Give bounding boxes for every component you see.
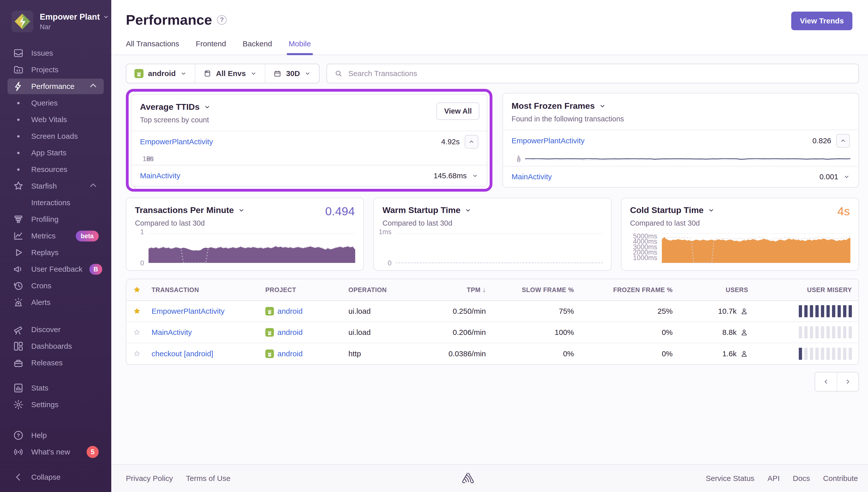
sidebar-item-what-s-new[interactable]: What's new5	[7, 444, 104, 460]
projects-icon	[12, 64, 24, 76]
sidebar-item-web-vitals[interactable]: •Web Vitals	[7, 112, 104, 127]
next-page-button[interactable]	[837, 372, 859, 391]
sidebar-item-queries[interactable]: •Queries	[7, 95, 104, 111]
tpm-title-dropdown[interactable]: Transactions Per Minute	[135, 205, 355, 215]
sidebar-item-crons[interactable]: Crons	[7, 278, 104, 294]
sidebar-item-releases[interactable]: Releases	[7, 355, 104, 371]
expand-row-button[interactable]	[843, 173, 850, 180]
sidebar-nav: IssuesProjectsPerformance•Queries•Web Vi…	[0, 41, 111, 486]
most-frozen-frames-title-dropdown[interactable]: Most Frozen Frames	[512, 101, 850, 111]
sidebar-item-metrics[interactable]: Metricsbeta	[7, 228, 104, 244]
help-tooltip-icon[interactable]: ?	[217, 15, 227, 25]
sidebar-item-stats[interactable]: Stats	[7, 380, 104, 396]
tab-frontend[interactable]: Frontend	[196, 40, 226, 55]
date-range-dropdown[interactable]: 30D	[265, 64, 319, 83]
sidebar-item-app-starts[interactable]: •App Starts	[7, 145, 104, 161]
project-link[interactable]: android	[277, 307, 303, 316]
sidebar-item-discover[interactable]: Discover	[7, 322, 104, 337]
user-misery-bars	[754, 348, 859, 360]
contribute-link[interactable]: Contribute	[823, 474, 858, 483]
sidebar-item-projects[interactable]: Projects	[7, 62, 104, 78]
column-header-users[interactable]: USERS	[678, 286, 754, 294]
transaction-link[interactable]: MainActivity	[140, 171, 180, 180]
column-header-slow-frame[interactable]: SLOW FRAME %	[491, 286, 580, 294]
sidebar-item-label: Alerts	[31, 298, 51, 307]
chevron-down-icon	[472, 172, 478, 179]
sidebar-item-performance[interactable]: Performance	[7, 78, 104, 94]
sidebar-item-user-feedback[interactable]: User FeedbackB	[7, 261, 104, 277]
project-filter-dropdown[interactable]: android	[126, 64, 195, 83]
sidebar-item-alerts[interactable]: Alerts	[7, 295, 104, 310]
column-header-user-misery[interactable]: USER MISERY	[754, 286, 859, 294]
collapse-row-button[interactable]	[465, 135, 478, 149]
transaction-link[interactable]: EmpowerPlantActivity	[512, 137, 585, 145]
sidebar-item-starfish[interactable]: Starfish	[7, 178, 104, 194]
column-header-project[interactable]: PROJECT	[260, 286, 343, 294]
tab-all-transactions[interactable]: All Transactions	[126, 40, 179, 55]
search-transactions-box	[327, 64, 859, 83]
sidebar-item-dashboards[interactable]: Dashboards	[7, 338, 104, 354]
average-ttids-highlight-box: Average TTIDs Top screens by count View …	[126, 89, 492, 192]
table-row: checkout [android]androidhttp0.0386/min0…	[126, 343, 859, 364]
filter-segmented-control: android All Envs 30D	[126, 64, 320, 83]
sidebar-item-issues[interactable]: Issues	[7, 45, 104, 61]
star-toggle[interactable]	[126, 349, 146, 358]
api-link[interactable]: API	[768, 474, 780, 483]
transaction-link[interactable]: EmpowerPlantActivity	[140, 138, 213, 146]
service-status-link[interactable]: Service Status	[706, 474, 754, 483]
average-ttids-title-dropdown[interactable]: Average TTIDs	[140, 102, 478, 112]
chevron-up-icon	[840, 138, 846, 144]
cold-startup-title-dropdown[interactable]: Cold Startup Time	[630, 205, 850, 215]
org-switcher[interactable]: Empower Plant Nar	[0, 0, 111, 41]
sort-descending-icon: ↓	[482, 286, 486, 294]
environment-icon	[203, 70, 211, 78]
sidebar-item-label: Collapse	[31, 473, 61, 482]
android-icon	[134, 69, 144, 78]
project-link[interactable]: android	[277, 328, 303, 337]
sidebar-item-help[interactable]: ?Help	[7, 427, 104, 443]
sidebar-item-collapse[interactable]: Collapse	[7, 469, 104, 485]
star-toggle[interactable]	[126, 328, 146, 337]
transaction-link[interactable]: EmpowerPlantActivity	[152, 307, 225, 315]
sidebar-item-profiling[interactable]: Profiling	[7, 212, 104, 227]
column-header-frozen-frame[interactable]: FROZEN FRAME %	[580, 286, 678, 294]
previous-page-button[interactable]	[815, 372, 837, 391]
tpm-cell: 0.206/min	[426, 328, 491, 337]
tab-backend[interactable]: Backend	[243, 40, 272, 55]
page-title: Performance	[126, 11, 212, 28]
transaction-link[interactable]: MainActivity	[512, 172, 552, 181]
star-toggle[interactable]	[126, 307, 146, 316]
whatsnew-icon	[12, 446, 24, 458]
sidebar-item-label: Resources	[31, 165, 67, 174]
sidebar-item-screen-loads[interactable]: •Screen Loads	[7, 128, 104, 144]
user-misery-bars	[754, 305, 859, 317]
sidebar-item-settings[interactable]: Settings	[7, 397, 104, 413]
transaction-link[interactable]: MainActivity	[152, 328, 192, 337]
tab-mobile[interactable]: Mobile	[289, 40, 311, 55]
project-link[interactable]: android	[277, 349, 303, 358]
sentry-logo-icon	[461, 471, 475, 486]
chevron-down-icon	[304, 70, 311, 77]
search-transactions-input[interactable]	[348, 69, 851, 78]
column-header-tpm[interactable]: TPM ↓	[426, 286, 491, 294]
operation-cell: http	[343, 349, 426, 358]
column-header-operation[interactable]: OPERATION	[343, 286, 426, 294]
view-all-button[interactable]: View All	[436, 102, 479, 120]
transaction-link[interactable]: checkout [android]	[152, 349, 213, 358]
docs-link[interactable]: Docs	[793, 474, 810, 483]
environment-filter-dropdown[interactable]: All Envs	[195, 64, 265, 83]
collapse-row-button[interactable]	[836, 134, 850, 148]
sidebar-item-resources[interactable]: •Resources	[7, 162, 104, 177]
column-header-transaction[interactable]: TRANSACTION	[146, 286, 260, 294]
most-frozen-frames-panel: Most Frozen Frames Found in the followin…	[503, 93, 859, 188]
expand-row-button[interactable]	[472, 172, 478, 179]
privacy-policy-link[interactable]: Privacy Policy	[126, 474, 173, 483]
view-trends-button[interactable]: View Trends	[791, 11, 852, 30]
cold-chart-y-axis: 1000ms2000ms3000ms4000ms5000ms	[624, 232, 662, 264]
sidebar-item-replays[interactable]: Replays	[7, 245, 104, 260]
help-icon: ?	[12, 429, 24, 441]
sidebar-item-interactions[interactable]: Interactions	[7, 195, 104, 211]
warm-startup-title-dropdown[interactable]: Warm Startup Time	[382, 205, 602, 215]
terms-of-use-link[interactable]: Terms of Use	[186, 474, 231, 483]
sidebar: Empower Plant Nar IssuesProjectsPerforma…	[0, 0, 111, 492]
